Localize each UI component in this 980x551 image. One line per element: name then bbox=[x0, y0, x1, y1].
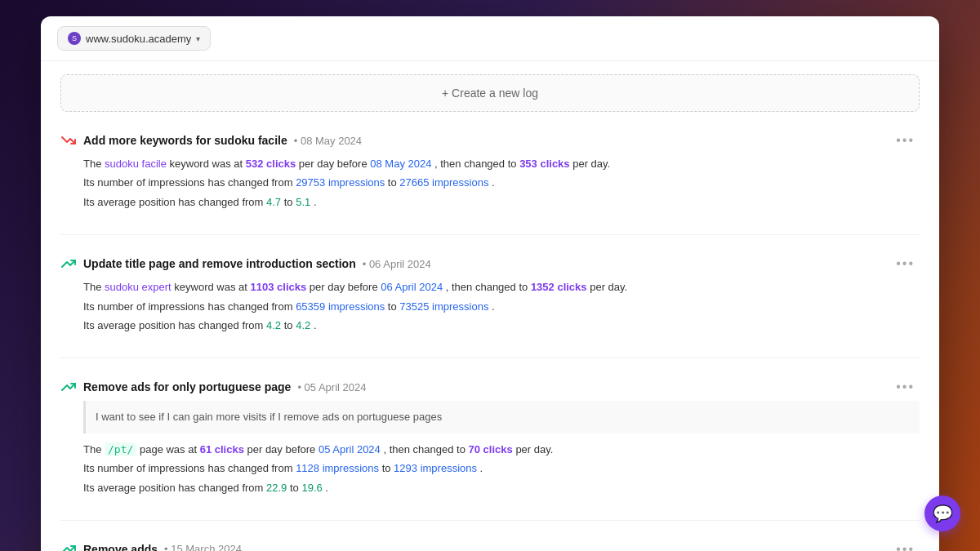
log-body: I want to see if I can gain more visits … bbox=[83, 401, 920, 497]
site-selector[interactable]: S www.sudoku.academy ▾ bbox=[57, 26, 211, 51]
log-title: Remove ads for only portuguese page • 05… bbox=[83, 380, 891, 393]
more-options-button[interactable]: ••• bbox=[891, 255, 920, 273]
keyword-link[interactable]: sudoku facile bbox=[105, 158, 167, 170]
chat-button[interactable]: 💬 bbox=[924, 495, 960, 531]
log-header: Remove ads for only portuguese page • 05… bbox=[60, 378, 920, 396]
log-title: Update title page and remove introductio… bbox=[83, 257, 891, 270]
site-icon: S bbox=[68, 32, 81, 45]
chevron-down-icon: ▾ bbox=[196, 34, 200, 43]
create-log-button[interactable]: + Create a new log bbox=[60, 74, 920, 112]
log-header: Remove adds • 15 March 2024 ••• bbox=[60, 540, 920, 551]
log-note: I want to see if I can gain more visits … bbox=[83, 401, 920, 433]
log-body: The sudoku expert keyword was at 1103 cl… bbox=[83, 278, 920, 335]
more-options-button[interactable]: ••• bbox=[891, 131, 920, 149]
log-body: The sudoku facile keyword was at 532 cli… bbox=[83, 154, 920, 211]
log-title: Remove adds • 15 March 2024 bbox=[83, 543, 891, 551]
log-title: Add more keywords for sudoku facile • 08… bbox=[83, 134, 891, 147]
main-window: S www.sudoku.academy ▾ + Create a new lo… bbox=[41, 16, 939, 551]
log-header: Update title page and remove introductio… bbox=[60, 255, 920, 273]
log-entry: Add more keywords for sudoku facile • 08… bbox=[60, 131, 920, 211]
top-bar: S www.sudoku.academy ▾ bbox=[41, 16, 939, 61]
content-area: + Create a new log Add more keywords for… bbox=[41, 61, 939, 551]
keyword-link[interactable]: sudoku expert bbox=[105, 281, 172, 293]
chat-icon: 💬 bbox=[933, 504, 953, 523]
trend-up-icon bbox=[60, 256, 77, 272]
divider bbox=[60, 358, 920, 358]
trend-up-icon bbox=[60, 541, 77, 551]
site-name: www.sudoku.academy bbox=[86, 33, 191, 45]
log-entry: Remove adds • 15 March 2024 ••• The webs… bbox=[60, 540, 920, 551]
trend-down-icon bbox=[60, 132, 77, 149]
log-entry: Remove ads for only portuguese page • 05… bbox=[60, 378, 920, 497]
divider bbox=[60, 234, 920, 235]
more-options-button[interactable]: ••• bbox=[891, 378, 920, 396]
more-options-button[interactable]: ••• bbox=[891, 540, 920, 551]
trend-up-icon bbox=[60, 379, 77, 395]
divider bbox=[60, 520, 920, 521]
log-entry: Update title page and remove introductio… bbox=[60, 255, 920, 335]
log-header: Add more keywords for sudoku facile • 08… bbox=[60, 131, 920, 149]
page-link[interactable]: /pt/ bbox=[105, 442, 136, 456]
